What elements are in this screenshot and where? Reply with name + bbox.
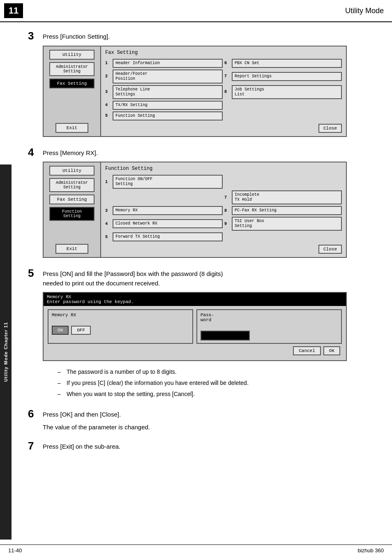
exit-btn-4[interactable]: Exit: [55, 244, 88, 254]
step-3-main-title: Fax Setting: [105, 50, 342, 56]
cell-num: 8: [224, 90, 230, 94]
memory-header-line2: Enter password using the keypad.: [47, 299, 343, 304]
cell-num: 9: [224, 222, 230, 226]
step-3-cell-8: 8 Job SettingsList: [224, 85, 342, 99]
step-4-footer: Close: [105, 245, 342, 254]
step-4-cell-empty1: [224, 175, 342, 189]
step-4-cell-9: 9 TSI User BoxSetting: [224, 217, 342, 231]
on-btn[interactable]: ON: [52, 326, 69, 335]
step-3-text: Press [Function Setting].: [43, 30, 110, 42]
administrator-setting-btn-4[interactable]: AdministratorSetting: [49, 178, 95, 192]
function-setting-btn[interactable]: Function Setting: [113, 111, 223, 120]
cell-num: 3: [105, 90, 111, 94]
memory-rx-btn[interactable]: Memory RX: [113, 206, 223, 215]
step-4-grid: 1 Function ON/OFFSetting 7 IncompleteTX …: [105, 175, 342, 241]
memory-header-line1: Memory RX: [47, 294, 343, 299]
step-7-block: 7 Press [Exit] on the sub-area.: [28, 440, 380, 452]
job-settings-btn[interactable]: Job SettingsList: [232, 85, 342, 99]
header-footer-btn[interactable]: Header/FooterPosition: [113, 70, 223, 83]
cell-num: 3: [105, 208, 111, 213]
memory-panel-body: Memory RX ON OFF Pass-word Cancel OK: [44, 306, 346, 360]
cell-num: 5: [105, 235, 111, 239]
step-6-block: 6 Press [OK] and then [Close]. The value…: [28, 408, 380, 431]
step-4-cell-4: 4 Closed Network RX: [105, 217, 223, 231]
cell-num: 6: [224, 61, 230, 65]
step-4-cell-7: 7 IncompleteTX Hold: [224, 190, 342, 204]
step-5-text: Press [ON] and fill the [Password] box w…: [43, 268, 223, 288]
empty-btn-4: [113, 195, 223, 199]
step-4-number: 4: [28, 147, 43, 158]
step-7-number: 7: [28, 440, 43, 451]
step-3-cell-empty2: [224, 111, 342, 120]
bullet-3: – When you want to stop the setting, pre…: [58, 390, 380, 398]
utility-btn-3[interactable]: Utility: [49, 50, 95, 60]
close-btn-4[interactable]: Close: [318, 245, 342, 254]
tsi-user-box-btn[interactable]: TSI User BoxSetting: [232, 217, 342, 231]
footer-left: 11-40: [8, 547, 22, 554]
ok-btn[interactable]: OK: [323, 346, 340, 355]
cancel-btn[interactable]: Cancel: [293, 346, 321, 355]
cell-num: 4: [105, 103, 111, 107]
off-btn[interactable]: OFF: [71, 326, 91, 335]
cell-num: 1: [105, 61, 111, 65]
step-4-main: Function Setting 1 Function ON/OFFSettin…: [101, 162, 346, 257]
bullet-2-text: If you press [C] (clear) the information…: [67, 379, 249, 387]
forward-tx-btn[interactable]: Forward TX Setting: [113, 232, 223, 241]
step-3-main: Fax Setting 1 Header Information 6 PBX C…: [101, 46, 346, 136]
function-setting-sidebar-btn[interactable]: Function Setting: [49, 207, 95, 221]
step-4-cell-8: 8 PC-Fax RX Setting: [224, 206, 342, 215]
step-3-cell-4: 4 TX/RX Setting: [105, 101, 223, 110]
closed-network-rx-btn[interactable]: Closed Network RX: [113, 219, 223, 228]
bullet-1-text: The password is a number of up to 8 digi…: [67, 368, 177, 376]
step-3-cell-3: 3 Telephone LineSettings: [105, 85, 223, 99]
chapter-sidebar: Chapter 11 Utility Mode: [0, 164, 12, 540]
page-footer: 11-40 bizhub 360: [0, 544, 392, 556]
pbx-cn-set-btn[interactable]: PBX CN Set: [232, 59, 342, 68]
step-4-header: 4 Press [Memory RX].: [28, 147, 380, 158]
memory-rx-col: Memory RX ON OFF: [48, 309, 193, 344]
step-6-header: 6 Press [OK] and then [Close].: [28, 408, 380, 419]
step-3-cell-1: 1 Header Information: [105, 59, 223, 68]
administrator-setting-btn-3[interactable]: AdministratorSetting: [49, 62, 95, 76]
step-4-sidebar: Utility AdministratorSetting Fax Setting…: [44, 162, 101, 257]
step-5-number: 5: [28, 268, 43, 278]
step-3-cell-6: 6 PBX CN Set: [224, 59, 342, 68]
password-input-display[interactable]: [201, 331, 250, 341]
step-3-block: 3 Press [Function Setting]. Utility Admi…: [28, 30, 380, 137]
bullet-3-text: When you want to stop the setting, press…: [67, 390, 195, 398]
close-btn-3[interactable]: Close: [318, 124, 342, 133]
step-4-block: 4 Press [Memory RX]. Utility Administrat…: [28, 147, 380, 258]
memory-rx-panel: Memory RX Enter password using the keypa…: [43, 292, 347, 361]
step-5-header: 5 Press [ON] and fill the [Password] box…: [28, 268, 380, 288]
step-4-text: Press [Memory RX].: [43, 147, 98, 158]
step-4-cell-empty2: [105, 190, 223, 204]
memory-rx-col-label: Memory RX: [52, 313, 189, 317]
memory-col-btns: ON OFF: [52, 326, 189, 335]
telephone-line-btn[interactable]: Telephone LineSettings: [113, 85, 223, 99]
header-info-btn[interactable]: Header Information: [113, 59, 223, 68]
step-3-cell-empty1: [224, 101, 342, 110]
fax-setting-btn-3[interactable]: Fax Setting: [49, 79, 95, 88]
cell-num: 7: [224, 195, 230, 200]
step-3-panel: Utility AdministratorSetting Fax Setting…: [43, 46, 347, 137]
step-4-main-title: Function Setting: [105, 166, 342, 171]
step-3-footer: Close: [105, 124, 342, 133]
step-3-cell-7: 7 Report Settings: [224, 70, 342, 83]
step-3-number: 3: [28, 30, 43, 41]
cell-num: 1: [105, 180, 111, 184]
fax-setting-btn-4[interactable]: Fax Setting: [49, 195, 95, 204]
password-col: Pass-word: [196, 309, 342, 344]
utility-btn-4[interactable]: Utility: [49, 166, 95, 176]
password-label: Pass-word: [201, 313, 338, 322]
step-6-text: Press [OK] and then [Close].: [43, 408, 121, 419]
footer-right: bizhub 360: [357, 547, 384, 554]
page-number-badge: 11: [4, 3, 23, 18]
exit-btn-3[interactable]: Exit: [55, 123, 88, 133]
txrx-setting-btn[interactable]: TX/RX Setting: [113, 101, 223, 110]
memory-panel-row: Memory RX ON OFF Pass-word: [48, 309, 342, 344]
incomplete-tx-hold-btn[interactable]: IncompleteTX Hold: [232, 190, 342, 204]
empty-btn-2: [232, 114, 342, 118]
pc-fax-rx-btn[interactable]: PC-Fax RX Setting: [232, 206, 342, 215]
function-onoff-btn[interactable]: Function ON/OFFSetting: [113, 175, 223, 189]
report-settings-btn[interactable]: Report Settings: [232, 72, 342, 81]
